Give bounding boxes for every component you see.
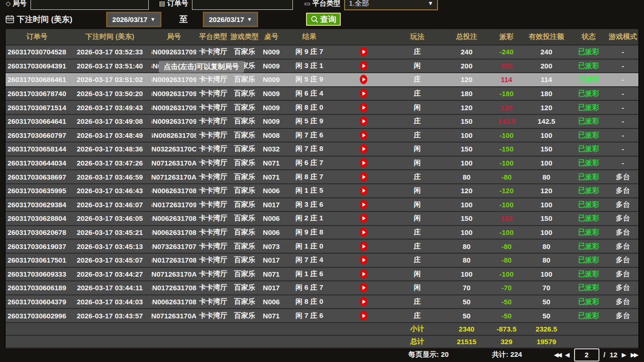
status-badge: 已派彩 (570, 157, 607, 170)
table-row[interactable]: 260317030671514 2026-03-17 03:49:43 GN00… (6, 101, 638, 115)
replay-video-icon[interactable] (360, 103, 368, 113)
replay-video-icon[interactable] (360, 172, 368, 182)
header-replay (335, 29, 391, 45)
round-id-cell[interactable]: GN0172631708Z (152, 254, 196, 267)
table-number-cell: N071 (259, 309, 284, 322)
header-result: 结果 (284, 29, 335, 45)
replay-video-icon[interactable] (360, 116, 368, 126)
date-from-picker[interactable]: 2026/03/17 ▼ (106, 12, 161, 27)
platform-type-cell: 卡卡湾厅 (196, 87, 230, 100)
replay-video-icon[interactable] (360, 297, 368, 307)
table-row[interactable]: 260317030620678 2026-03-17 03:45:21 GN00… (6, 226, 638, 240)
round-id-cell[interactable]: GN071263170AM (152, 170, 196, 183)
round-id-cell[interactable]: GN0732631707E (152, 240, 196, 253)
round-id-cell[interactable]: GN032263170CH (152, 143, 196, 156)
next-page-button[interactable]: ▶ (621, 351, 626, 358)
round-id-cell[interactable]: GN0062631708V (152, 295, 196, 309)
replay-video-icon[interactable] (360, 227, 368, 237)
bet-time-cell: 2026-03-17 03:46:05 (68, 212, 152, 225)
round-id-cell[interactable]: GN00926317096 (152, 87, 196, 100)
table-row[interactable]: 260317030619037 2026-03-17 03:45:13 GN07… (6, 240, 638, 254)
table-row[interactable]: 260317030617501 2026-03-17 03:45:07 GN01… (6, 254, 638, 268)
table-row[interactable]: 260317030658144 2026-03-17 03:48:36 GN03… (6, 143, 638, 157)
order-id-cell: 260317030660797 (6, 129, 68, 142)
table-row[interactable]: 260317030628804 2026-03-17 03:46:05 GN00… (6, 212, 638, 226)
game-type-cell: 百家乐 (230, 101, 259, 114)
round-id-cell[interactable]: GN071263170AG (152, 309, 196, 322)
valid-bet-cell: 70 (523, 281, 570, 294)
round-id-cell[interactable]: GN0082631708I (152, 129, 196, 142)
page-divider: / (604, 351, 606, 359)
table-row[interactable]: 260317030694391 2026-03-17 03:51:40 GN00… (6, 60, 638, 74)
replay-video-icon[interactable] (360, 47, 368, 57)
replay-video-icon[interactable] (360, 311, 368, 321)
game-mode-cell: 多台 (607, 254, 638, 267)
table-row[interactable]: 260317030635995 2026-03-17 03:46:43 GN00… (6, 184, 638, 198)
date-to-picker[interactable]: 2026/03/17 ▼ (203, 12, 258, 27)
table-row[interactable]: 260317030686461 2026-03-17 03:51:02 GN00… (6, 73, 638, 87)
grand-total-label: 总计 (391, 336, 443, 347)
table-row[interactable]: 260317030604379 2026-03-17 03:44:03 GN00… (6, 295, 638, 309)
table-row[interactable]: 260317030609333 2026-03-17 03:44:27 GN07… (6, 268, 638, 282)
round-id-cell[interactable]: GN00926317095 (152, 101, 196, 114)
round-id-cell[interactable]: GN071263170AH (152, 268, 196, 281)
search-button[interactable]: 查询 (306, 13, 341, 26)
replay-video-icon[interactable] (360, 283, 368, 293)
replay-video-icon[interactable] (360, 61, 368, 71)
status-badge: 已派彩 (570, 309, 607, 322)
grand-total-row: 总计 21515 329 19579 (6, 336, 638, 348)
replay-video-icon[interactable] (360, 255, 368, 265)
replay-video-icon[interactable] (360, 89, 368, 98)
table-row[interactable]: 260317030678740 2026-03-17 03:50:20 GN00… (6, 87, 638, 101)
round-number-input[interactable] (31, 0, 149, 10)
table-row[interactable]: 260317030629384 2026-03-17 03:46:07 GN01… (6, 198, 638, 212)
round-id-cell[interactable]: GN0062631708X (152, 226, 196, 239)
table-row[interactable]: 260317030606189 2026-03-17 03:44:11 GN01… (6, 281, 638, 295)
replay-video-icon[interactable] (360, 186, 368, 196)
replay-video-icon[interactable] (360, 158, 368, 168)
result-cell: 闲 3 庄 6 (284, 198, 335, 211)
round-id-cell[interactable]: GN0062631708Y (152, 212, 196, 225)
replay-video-icon[interactable] (360, 75, 368, 84)
replay-video-icon[interactable] (360, 200, 368, 210)
table-row[interactable]: 260317030638697 2026-03-17 03:46:59 GN07… (6, 170, 638, 184)
round-id-cell[interactable]: GN071263170AN (152, 157, 196, 170)
round-id-cell[interactable]: GN00926317097 (152, 73, 196, 86)
valid-bet-cell: 200 (523, 60, 570, 73)
page-number-input[interactable] (574, 348, 599, 362)
status-badge: 已派彩 (570, 295, 607, 309)
result-cell: 闲 3 庄 1 (284, 60, 335, 73)
round-id-cell[interactable]: GN00926317099 (152, 45, 196, 59)
platform-type-cell: 卡卡湾厅 (196, 45, 230, 59)
last-page-button[interactable]: ▶▶ (630, 351, 637, 358)
replay-video-icon[interactable] (360, 241, 368, 251)
replay-video-icon[interactable] (360, 144, 368, 154)
game-mode-cell: 多台 (607, 212, 638, 225)
play-type-cell: 庄 (391, 87, 443, 100)
result-cell: 闲 1 庄 6 (284, 268, 335, 281)
round-id-cell[interactable]: GN01726317091 (152, 198, 196, 211)
game-mode-cell: 多台 (607, 170, 638, 183)
previous-page-button[interactable]: ◀ (565, 351, 570, 358)
result-cell: 闲 9 庄 8 (284, 226, 335, 239)
replay-video-icon[interactable] (360, 269, 368, 279)
table-row[interactable]: 260317030704528 2026-03-17 03:52:33 GN00… (6, 45, 638, 60)
order-number-input[interactable] (192, 0, 293, 10)
table-row[interactable]: 260317030644034 2026-03-17 03:47:26 GN07… (6, 157, 638, 171)
total-bet-cell: 180 (443, 87, 490, 100)
bet-time-cell: 2026-03-17 03:45:21 (68, 226, 152, 239)
platform-type-select[interactable]: 1.全部 ▼ (344, 0, 438, 10)
order-id-cell: 260317030617501 (6, 254, 68, 267)
replay-video-icon[interactable] (360, 130, 368, 140)
replay-cell (335, 198, 391, 211)
round-id-cell[interactable]: GN0062631708Z (152, 184, 196, 197)
table-row[interactable]: 260317030602996 2026-03-17 03:43:57 GN07… (6, 309, 638, 323)
table-row[interactable]: 260317030664641 2026-03-17 03:49:08 GN00… (6, 115, 638, 129)
replay-video-icon[interactable] (360, 213, 368, 223)
round-id-cell[interactable]: GN0172631708Y (152, 281, 196, 294)
status-badge: 已派彩 (570, 60, 607, 73)
table-row[interactable]: 260317030660797 2026-03-17 03:48:49 GN00… (6, 129, 638, 143)
round-id-cell[interactable]: GN00926317094 (152, 115, 196, 128)
result-cell: 闲 1 庄 0 (284, 240, 335, 253)
first-page-button[interactable]: ◀◀ (554, 351, 561, 358)
